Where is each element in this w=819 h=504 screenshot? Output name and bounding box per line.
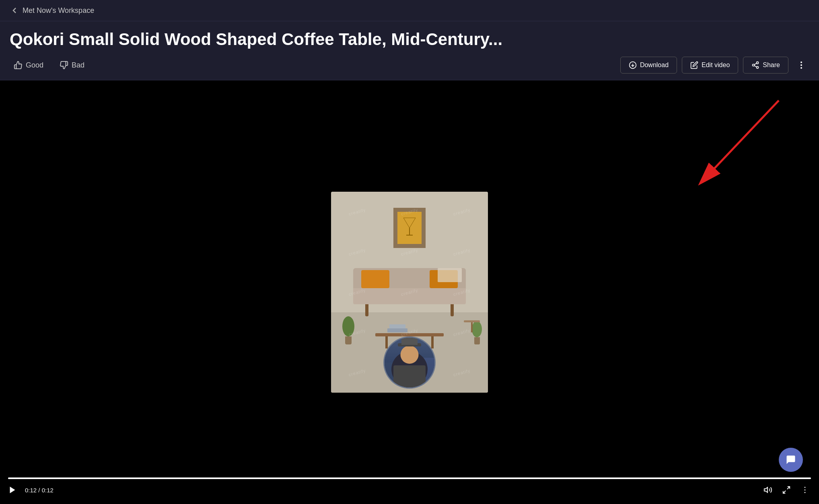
wall-art-inner bbox=[397, 212, 422, 244]
red-arrow-annotation bbox=[646, 88, 787, 209]
header-actions: Good Bad Download bbox=[10, 57, 809, 74]
volume-button[interactable] bbox=[762, 484, 774, 496]
video-frame: creatify creatify creatify creatify crea… bbox=[331, 192, 488, 393]
download-label: Download bbox=[640, 61, 669, 69]
svg-line-14 bbox=[706, 100, 779, 177]
back-button[interactable] bbox=[10, 6, 19, 15]
sofa bbox=[353, 268, 466, 316]
controls-right bbox=[762, 484, 811, 496]
bad-button[interactable]: Bad bbox=[56, 58, 88, 72]
svg-line-6 bbox=[754, 64, 757, 65]
svg-line-17 bbox=[787, 487, 790, 489]
svg-point-8 bbox=[800, 64, 802, 66]
top-bar: Met Now's Workspace bbox=[0, 0, 819, 21]
avatar-overlay bbox=[383, 336, 436, 389]
page-title: Qokori Small Solid Wood Shaped Coffee Ta… bbox=[10, 29, 809, 49]
more-options-button[interactable] bbox=[793, 57, 809, 73]
progress-fill bbox=[8, 477, 811, 479]
side-table-right bbox=[464, 320, 480, 332]
share-button[interactable]: Share bbox=[743, 57, 788, 74]
edit-video-label: Edit video bbox=[702, 61, 730, 69]
svg-point-4 bbox=[757, 67, 759, 69]
time-display: 0:12 / 0:12 bbox=[25, 487, 54, 494]
rating-buttons: Good Bad bbox=[10, 58, 88, 72]
action-buttons: Download Edit video Share bbox=[620, 57, 809, 74]
controls-left: 0:12 / 0:12 bbox=[8, 486, 54, 494]
svg-marker-15 bbox=[10, 487, 15, 494]
svg-point-19 bbox=[805, 487, 806, 488]
video-preview: creatify creatify creatify creatify crea… bbox=[331, 192, 488, 393]
edit-video-button[interactable]: Edit video bbox=[682, 57, 738, 74]
svg-point-9 bbox=[800, 67, 802, 69]
wall-art bbox=[393, 208, 426, 248]
svg-point-7 bbox=[800, 61, 802, 63]
header-section: Qokori Small Solid Wood Shaped Coffee Ta… bbox=[0, 21, 819, 80]
controls-row: 0:12 / 0:12 bbox=[8, 484, 811, 496]
video-container: creatify creatify creatify creatify crea… bbox=[0, 80, 819, 504]
svg-marker-10 bbox=[403, 218, 416, 228]
good-button[interactable]: Good bbox=[10, 58, 47, 72]
svg-point-21 bbox=[805, 492, 806, 493]
svg-point-20 bbox=[805, 490, 806, 491]
svg-point-3 bbox=[753, 64, 755, 66]
svg-line-18 bbox=[783, 491, 786, 493]
room-scene: creatify creatify creatify creatify crea… bbox=[331, 192, 488, 393]
fullscreen-button[interactable] bbox=[780, 484, 792, 496]
svg-point-2 bbox=[757, 62, 759, 64]
chat-bubble[interactable] bbox=[779, 448, 803, 472]
workspace-label: Met Now's Workspace bbox=[23, 6, 94, 15]
video-controls: 0:12 / 0:12 bbox=[0, 473, 819, 504]
play-button[interactable] bbox=[8, 486, 17, 494]
progress-bar[interactable] bbox=[8, 477, 811, 479]
good-label: Good bbox=[26, 61, 43, 70]
avatar-inner bbox=[385, 338, 434, 387]
plant-left bbox=[342, 316, 354, 344]
bad-label: Bad bbox=[72, 61, 84, 70]
svg-line-5 bbox=[754, 66, 757, 67]
download-button[interactable]: Download bbox=[620, 57, 677, 74]
share-label: Share bbox=[763, 61, 780, 69]
svg-marker-16 bbox=[764, 488, 768, 493]
video-more-button[interactable] bbox=[799, 484, 811, 496]
